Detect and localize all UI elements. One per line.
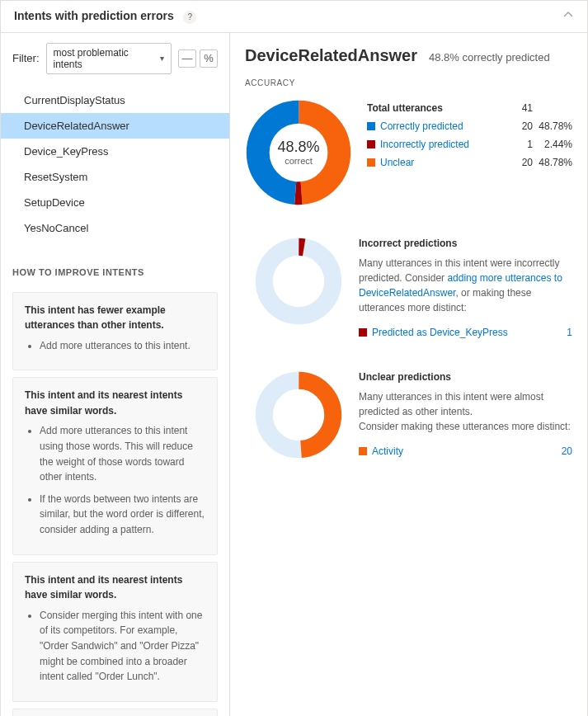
unclear-text: Many utterances in this intent were almo… — [359, 389, 572, 434]
accuracy-label: ACCURACY — [245, 78, 572, 87]
intent-list-item[interactable]: CurrentDisplayStatus — [1, 87, 229, 113]
card-heading: This intent and its nearest intents have… — [25, 574, 182, 601]
improve-card: This intent has fewer example utterances… — [12, 292, 218, 371]
left-column: Filter: most problematic intents ▾ — % C… — [1, 33, 230, 717]
card-bullet: Add more utterances to this intent using… — [40, 423, 205, 484]
accuracy-legend: Total utterances 41 Correctly predicted2… — [367, 99, 572, 172]
prediction-label[interactable]: Predicted as Device_KeyPress — [372, 325, 551, 340]
donut-center-word: correct — [285, 156, 313, 166]
right-column: DeviceRelatedAnswer 48.8% correctly pred… — [230, 33, 587, 717]
prediction-label[interactable]: Activity — [372, 444, 551, 459]
accuracy-donut: 48.8% correct — [245, 99, 352, 206]
filter-row: Filter: most problematic intents ▾ — % — [1, 33, 229, 84]
filter-select[interactable]: most problematic intents ▾ — [46, 43, 172, 74]
help-icon[interactable]: ? — [183, 11, 196, 24]
legend-pct: 48.78% — [533, 120, 572, 132]
intent-list-item[interactable]: DeviceRelatedAnswer — [1, 113, 229, 139]
improve-card: This intent and its nearest intents have… — [12, 709, 218, 716]
legend-swatch — [359, 328, 367, 337]
legend-count: 20 — [508, 120, 533, 132]
prediction-row: Activity20 — [359, 444, 572, 459]
intent-subtitle: 48.8% correctly predicted — [429, 51, 550, 64]
panel-header: Intents with prediction errors ? — [1, 1, 587, 33]
incorrect-text: Many utterances in this intent were inco… — [359, 256, 572, 315]
legend-count: 20 — [508, 157, 533, 168]
legend-pct: 2.44% — [533, 139, 572, 150]
intent-list-item[interactable]: YesNoCancel — [1, 215, 229, 241]
card-bullet: If the words between two intents are sim… — [40, 492, 205, 538]
filter-label: Filter: — [12, 52, 40, 64]
prediction-count[interactable]: 1 — [551, 325, 572, 340]
unclear-donut — [253, 370, 344, 460]
legend-pct: 48.78% — [533, 157, 572, 168]
legend-row: Unclear2048.78% — [367, 153, 572, 172]
legend-label[interactable]: Unclear — [380, 157, 508, 168]
prediction-count[interactable]: 20 — [551, 444, 572, 459]
intent-name: DeviceRelatedAnswer — [245, 46, 417, 65]
panel-title: Intents with prediction errors — [14, 9, 174, 22]
intent-list: CurrentDisplayStatusDeviceRelatedAnswerD… — [1, 84, 229, 252]
chevron-up-icon[interactable] — [562, 9, 574, 23]
legend-swatch — [359, 447, 367, 455]
legend-swatch — [367, 140, 375, 148]
filter-selected: most problematic intents — [54, 47, 161, 70]
card-bullet: Add more utterances to this intent. — [40, 338, 205, 354]
legend-label[interactable]: Correctly predicted — [380, 120, 508, 132]
intents-panel: Intents with prediction errors ? Filter:… — [0, 0, 588, 716]
total-label: Total utterances — [367, 102, 508, 114]
improve-card: This intent and its nearest intents have… — [12, 377, 218, 554]
dash-toggle-button[interactable]: — — [178, 49, 196, 68]
incorrect-donut — [253, 236, 344, 327]
svg-point-3 — [264, 247, 332, 315]
percent-toggle-button[interactable]: % — [200, 49, 218, 68]
legend-row: Incorrectly predicted12.44% — [367, 135, 572, 153]
prediction-row: Predicted as Device_KeyPress1 — [359, 325, 572, 340]
intent-list-item[interactable]: Device_KeyPress — [1, 139, 229, 164]
improve-section-title: HOW TO IMPROVE INTENTS — [1, 252, 229, 285]
unclear-title: Unclear predictions — [359, 370, 572, 384]
legend-swatch — [367, 122, 375, 130]
improve-card: This intent and its nearest intents have… — [12, 562, 218, 702]
card-heading: This intent has fewer example utterances… — [25, 304, 166, 332]
legend-count: 1 — [508, 139, 533, 150]
chevron-down-icon: ▾ — [160, 54, 164, 63]
card-heading: This intent and its nearest intents have… — [25, 389, 182, 417]
donut-center-pct: 48.8% — [277, 139, 319, 156]
incorrect-title: Incorrect predictions — [359, 236, 572, 251]
intent-list-item[interactable]: ResetSystem — [1, 164, 229, 190]
card-bullet: Consider merging this intent with one of… — [40, 608, 205, 685]
legend-row: Correctly predicted2048.78% — [367, 117, 572, 135]
total-n: 41 — [508, 102, 533, 114]
legend-label[interactable]: Incorrectly predicted — [380, 139, 508, 150]
intent-list-item[interactable]: SetupDevice — [1, 190, 229, 215]
legend-swatch — [367, 158, 375, 167]
